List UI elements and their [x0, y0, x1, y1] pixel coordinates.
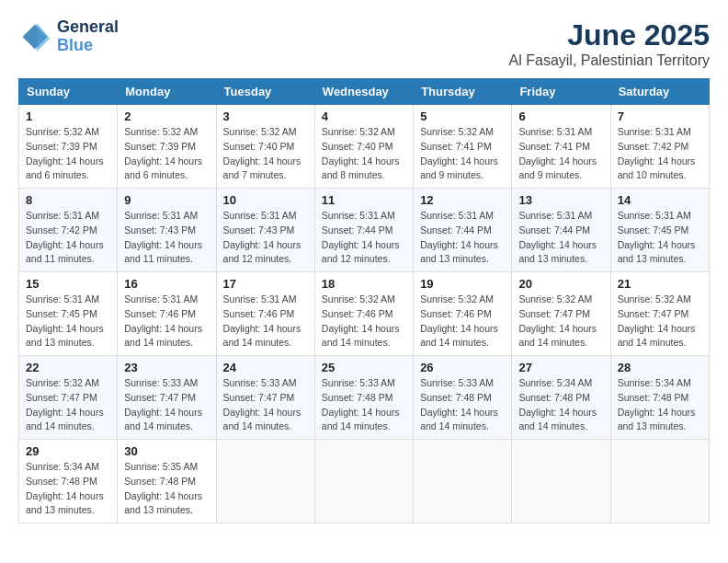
day-detail: Sunrise: 5:32 AM Sunset: 7:47 PM Dayligh…: [518, 293, 603, 350]
day-number: 24: [223, 361, 308, 374]
day-detail: Sunrise: 5:32 AM Sunset: 7:46 PM Dayligh…: [322, 293, 406, 350]
logo: General Blue: [18, 18, 119, 55]
day-number: 30: [124, 444, 209, 458]
day-detail: Sunrise: 5:31 AM Sunset: 7:42 PM Dayligh…: [618, 125, 702, 183]
location-title: Al Fasayil, Palestinian Territory: [509, 52, 710, 69]
calendar-week: 29 Sunrise: 5:34 AM Sunset: 7:48 PM Dayl…: [19, 440, 710, 523]
calendar-cell: 17 Sunrise: 5:31 AM Sunset: 7:46 PM Dayl…: [216, 272, 314, 356]
day-detail: Sunrise: 5:33 AM Sunset: 7:47 PM Dayligh…: [124, 376, 209, 434]
day-number: 6: [518, 109, 603, 123]
weekday-header: Wednesday: [314, 79, 413, 105]
calendar-cell: 26 Sunrise: 5:33 AM Sunset: 7:48 PM Dayl…: [414, 356, 512, 440]
day-number: 28: [618, 361, 702, 374]
day-number: 11: [322, 193, 406, 207]
day-detail: Sunrise: 5:31 AM Sunset: 7:44 PM Dayligh…: [322, 209, 406, 267]
day-number: 8: [26, 193, 110, 207]
calendar-cell: 2 Sunrise: 5:32 AM Sunset: 7:39 PM Dayli…: [118, 105, 216, 189]
day-detail: Sunrise: 5:35 AM Sunset: 7:48 PM Dayligh…: [124, 460, 209, 518]
calendar-cell: 5 Sunrise: 5:32 AM Sunset: 7:41 PM Dayli…: [414, 105, 512, 189]
day-number: 26: [420, 361, 505, 374]
calendar-cell: 25 Sunrise: 5:33 AM Sunset: 7:48 PM Dayl…: [314, 356, 413, 440]
day-detail: Sunrise: 5:34 AM Sunset: 7:48 PM Dayligh…: [518, 376, 603, 434]
calendar-cell: 3 Sunrise: 5:32 AM Sunset: 7:40 PM Dayli…: [216, 105, 314, 189]
calendar-cell: 30 Sunrise: 5:35 AM Sunset: 7:48 PM Dayl…: [118, 440, 216, 523]
day-number: 1: [26, 109, 110, 123]
calendar-cell: 27 Sunrise: 5:34 AM Sunset: 7:48 PM Dayl…: [512, 356, 610, 440]
calendar-cell: 15 Sunrise: 5:31 AM Sunset: 7:45 PM Dayl…: [19, 272, 118, 356]
day-number: 9: [124, 193, 209, 207]
day-number: 17: [223, 277, 308, 291]
calendar-table: SundayMondayTuesdayWednesdayThursdayFrid…: [18, 78, 710, 523]
day-number: 14: [618, 193, 702, 207]
logo-icon: [18, 20, 51, 53]
day-detail: Sunrise: 5:31 AM Sunset: 7:41 PM Dayligh…: [518, 125, 603, 183]
day-detail: Sunrise: 5:31 AM Sunset: 7:44 PM Dayligh…: [420, 209, 505, 267]
day-detail: Sunrise: 5:31 AM Sunset: 7:43 PM Dayligh…: [223, 209, 308, 267]
day-detail: Sunrise: 5:31 AM Sunset: 7:43 PM Dayligh…: [124, 209, 209, 267]
header-row: SundayMondayTuesdayWednesdayThursdayFrid…: [19, 79, 710, 105]
day-number: 4: [322, 109, 406, 123]
calendar-cell: [314, 440, 413, 523]
day-detail: Sunrise: 5:32 AM Sunset: 7:39 PM Dayligh…: [124, 125, 209, 183]
calendar-cell: 29 Sunrise: 5:34 AM Sunset: 7:48 PM Dayl…: [19, 440, 118, 523]
calendar-cell: 1 Sunrise: 5:32 AM Sunset: 7:39 PM Dayli…: [19, 105, 118, 189]
day-number: 20: [518, 277, 603, 291]
day-number: 18: [322, 277, 406, 291]
calendar-week: 1 Sunrise: 5:32 AM Sunset: 7:39 PM Dayli…: [19, 105, 710, 189]
day-detail: Sunrise: 5:31 AM Sunset: 7:45 PM Dayligh…: [26, 293, 110, 350]
calendar-cell: 7 Sunrise: 5:31 AM Sunset: 7:42 PM Dayli…: [610, 105, 709, 189]
weekday-header: Saturday: [610, 79, 709, 105]
day-detail: Sunrise: 5:34 AM Sunset: 7:48 PM Dayligh…: [618, 376, 702, 434]
weekday-header: Tuesday: [216, 79, 314, 105]
day-number: 27: [518, 361, 603, 374]
weekday-header: Thursday: [414, 79, 512, 105]
day-detail: Sunrise: 5:32 AM Sunset: 7:47 PM Dayligh…: [26, 376, 110, 434]
calendar-cell: 6 Sunrise: 5:31 AM Sunset: 7:41 PM Dayli…: [512, 105, 610, 189]
day-detail: Sunrise: 5:32 AM Sunset: 7:40 PM Dayligh…: [322, 125, 406, 183]
calendar-cell: 9 Sunrise: 5:31 AM Sunset: 7:43 PM Dayli…: [118, 189, 216, 272]
calendar-cell: 23 Sunrise: 5:33 AM Sunset: 7:47 PM Dayl…: [118, 356, 216, 440]
calendar-cell: 18 Sunrise: 5:32 AM Sunset: 7:46 PM Dayl…: [314, 272, 413, 356]
day-number: 21: [618, 277, 702, 291]
day-detail: Sunrise: 5:32 AM Sunset: 7:47 PM Dayligh…: [618, 293, 702, 350]
weekday-header: Sunday: [19, 79, 118, 105]
day-number: 15: [26, 277, 110, 291]
day-detail: Sunrise: 5:32 AM Sunset: 7:41 PM Dayligh…: [420, 125, 505, 183]
title-section: June 2025 Al Fasayil, Palestinian Territ…: [509, 18, 710, 69]
day-detail: Sunrise: 5:31 AM Sunset: 7:44 PM Dayligh…: [518, 209, 603, 267]
day-detail: Sunrise: 5:33 AM Sunset: 7:48 PM Dayligh…: [420, 376, 505, 434]
day-number: 19: [420, 277, 505, 291]
logo-text: General Blue: [57, 18, 119, 55]
day-number: 12: [420, 193, 505, 207]
calendar-week: 15 Sunrise: 5:31 AM Sunset: 7:45 PM Dayl…: [19, 272, 710, 356]
calendar-cell: [512, 440, 610, 523]
calendar-cell: [216, 440, 314, 523]
calendar-cell: 20 Sunrise: 5:32 AM Sunset: 7:47 PM Dayl…: [512, 272, 610, 356]
calendar-week: 8 Sunrise: 5:31 AM Sunset: 7:42 PM Dayli…: [19, 189, 710, 272]
day-number: 3: [223, 109, 308, 123]
day-number: 10: [223, 193, 308, 207]
calendar-cell: 12 Sunrise: 5:31 AM Sunset: 7:44 PM Dayl…: [414, 189, 512, 272]
day-detail: Sunrise: 5:31 AM Sunset: 7:46 PM Dayligh…: [223, 293, 308, 350]
weekday-header: Monday: [118, 79, 216, 105]
calendar-cell: 28 Sunrise: 5:34 AM Sunset: 7:48 PM Dayl…: [610, 356, 709, 440]
calendar-cell: 8 Sunrise: 5:31 AM Sunset: 7:42 PM Dayli…: [19, 189, 118, 272]
calendar-week: 22 Sunrise: 5:32 AM Sunset: 7:47 PM Dayl…: [19, 356, 710, 440]
month-title: June 2025: [509, 18, 710, 52]
day-number: 13: [518, 193, 603, 207]
calendar-cell: 11 Sunrise: 5:31 AM Sunset: 7:44 PM Dayl…: [314, 189, 413, 272]
day-number: 25: [322, 361, 406, 374]
day-number: 2: [124, 109, 209, 123]
day-number: 23: [124, 361, 209, 374]
svg-marker-1: [37, 22, 50, 52]
calendar-cell: 14 Sunrise: 5:31 AM Sunset: 7:45 PM Dayl…: [610, 189, 709, 272]
day-number: 5: [420, 109, 505, 123]
day-number: 22: [26, 361, 110, 374]
calendar-cell: 10 Sunrise: 5:31 AM Sunset: 7:43 PM Dayl…: [216, 189, 314, 272]
day-detail: Sunrise: 5:32 AM Sunset: 7:39 PM Dayligh…: [26, 125, 110, 183]
calendar-cell: 4 Sunrise: 5:32 AM Sunset: 7:40 PM Dayli…: [314, 105, 413, 189]
header: General Blue June 2025 Al Fasayil, Pales…: [18, 18, 710, 69]
calendar-cell: 16 Sunrise: 5:31 AM Sunset: 7:46 PM Dayl…: [118, 272, 216, 356]
day-number: 16: [124, 277, 209, 291]
calendar-cell: 13 Sunrise: 5:31 AM Sunset: 7:44 PM Dayl…: [512, 189, 610, 272]
